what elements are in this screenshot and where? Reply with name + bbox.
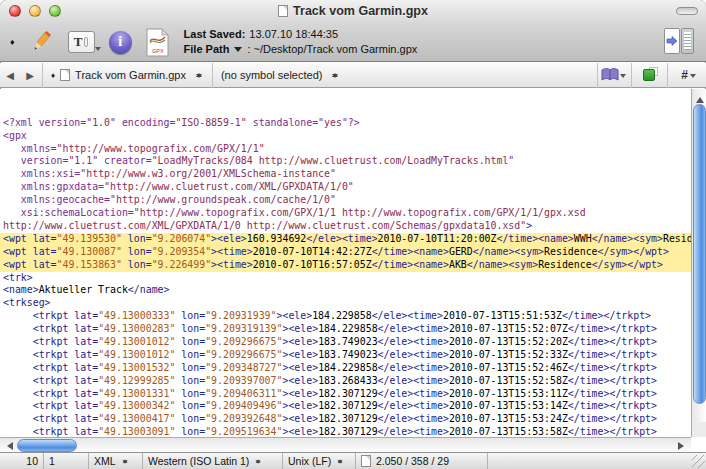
document-icon [361, 455, 371, 467]
code-line: <trkpt lat="49.13000417" lon="9.20939264… [3, 413, 691, 426]
markers-button[interactable] [600, 67, 626, 83]
code-line: <trkpt lat="49.13001331" lon="9.20940631… [3, 388, 691, 401]
window-title-group: Track vom Garmin.gpx [278, 4, 428, 18]
code-line: <trkpt lat="49.12999285" lon="9.20939700… [3, 375, 691, 388]
divider [597, 63, 598, 88]
window-title: Track vom Garmin.gpx [293, 4, 428, 18]
code-line: <trkpt lat="49.13001012" lon="9.20929667… [3, 349, 691, 362]
horizontal-scrollbar[interactable] [0, 437, 691, 452]
code-line: <gpx [3, 130, 691, 143]
function-popup-label: (no symbol selected) [221, 69, 323, 81]
last-saved-value: 13.07.10 18:44:35 [249, 27, 338, 42]
encoding-popup[interactable]: Western (ISO Latin 1) [143, 453, 283, 469]
popup-stepper-icon [121, 456, 129, 465]
chevron-down-icon [95, 47, 101, 54]
code-line: <trkpt lat="49.13001012" lon="9.20929667… [3, 336, 691, 349]
counts-value: 2.050 / 358 / 29 [376, 455, 449, 467]
code-line: <trkpt lat="49.13000283" lon="9.20931913… [3, 323, 691, 336]
file-path-dropdown-icon[interactable] [234, 47, 242, 56]
code-line: <name>Aktueller Track</name> [3, 284, 691, 297]
back-button[interactable]: ◀ [0, 66, 20, 84]
code-line: <wpt lat="49.153863" lon="9.226499"><tim… [0, 259, 691, 272]
code-line: xmlns="http://www.topografix.com/GPX/1/1… [3, 143, 691, 156]
code-line: xsi:schemaLocation="http://www.topografi… [3, 207, 691, 220]
navigation-bar: ◀ ▶ ♦ Track vom Garmin.gpx (no symbol se… [0, 63, 706, 88]
line-ending-popup[interactable]: Unix (LF) [283, 453, 356, 469]
navbar-right-tools: # [600, 63, 706, 88]
encoding-popup-label: Western (ISO Latin 1) [148, 455, 249, 467]
divider [212, 63, 213, 88]
scroll-left-arrow-icon[interactable] [3, 442, 13, 450]
drawer-list-icon [681, 28, 694, 54]
scroll-right-arrow-icon[interactable] [678, 442, 688, 450]
title-bar[interactable]: Track vom Garmin.gpx [0, 0, 706, 22]
cursor-line-indicator: 10 [0, 453, 44, 469]
popup-stepper-icon [331, 70, 340, 81]
vertical-scrollbar[interactable] [691, 89, 706, 437]
pencil-icon[interactable] [28, 29, 54, 56]
gpx-doc-label: GPX [152, 48, 164, 54]
forward-button[interactable]: ▶ [20, 66, 40, 84]
get-info-button[interactable]: i [109, 31, 132, 54]
editor-main: <?xml version="1.0" encoding="ISO-8859-1… [0, 89, 706, 452]
code-line: <wpt lat="49.139530" lon="9.206074"><ele… [0, 233, 691, 246]
file-info-block: Last Saved: 13.07.10 18:44:35 File Path … [184, 27, 418, 57]
code-line: xmlns:gpxdata="http://www.cluetrust.com/… [3, 181, 691, 194]
line-number-menu-button[interactable]: # [673, 68, 696, 82]
split-diamond-icon[interactable]: ♦ [10, 37, 15, 47]
text-editor-window: Track vom Garmin.gpx ♦ T [0, 0, 706, 469]
editor-lines: <?xml version="1.0" encoding="ISO-8859-1… [3, 117, 691, 437]
close-button[interactable] [9, 5, 21, 17]
book-icon [600, 67, 620, 83]
cursor-bar-glyph [84, 37, 88, 47]
gpx-file-icon[interactable]: GPX [146, 28, 169, 57]
toolbar-toggle-capsule[interactable] [676, 7, 698, 15]
code-line: <trk> [3, 272, 691, 285]
last-saved-label: Last Saved: [184, 27, 246, 42]
popup-stepper-icon [255, 456, 263, 465]
function-popup[interactable]: (no symbol selected) [215, 63, 347, 88]
window-chrome: Track vom Garmin.gpx ♦ T [0, 0, 706, 62]
documents-drawer-button[interactable] [664, 28, 694, 54]
scroll-up-arrow-icon[interactable] [696, 93, 704, 103]
code-line: http://www.cluetrust.com/XML/GPXDATA/1/0… [3, 220, 691, 233]
hash-icon: # [681, 68, 688, 82]
code-line: <?xml version="1.0" encoding="ISO-8859-1… [3, 117, 691, 130]
popup-stepper-icon [337, 456, 345, 465]
code-line: version="1.1" creator="LoadMyTracks/084 … [3, 155, 691, 168]
divider [631, 63, 632, 88]
chevron-down-icon [690, 74, 696, 81]
code-line: xmlns:geocache="http://www.groundspeak.c… [3, 194, 691, 207]
text-options-label: T [74, 34, 83, 50]
text-options-button[interactable]: T [68, 31, 95, 53]
document-icon[interactable] [278, 5, 288, 17]
code-line: <trkpt lat="49.13000333" lon="9.20931939… [3, 310, 691, 323]
code-line: <trkpt lat="49.13000342" lon="9.20940949… [3, 400, 691, 413]
scrollbar-corner [691, 422, 706, 437]
code-line: <wpt lat="49.130087" lon="9.209354"><tim… [0, 246, 691, 259]
drawer-arrow-icon [664, 28, 680, 54]
chevron-down-icon [620, 74, 626, 81]
modified-diamond-icon: ♦ [51, 71, 55, 80]
zoom-button[interactable] [49, 5, 61, 17]
language-popup[interactable]: XML [89, 453, 143, 469]
code-line: <trkpt lat="49.13001532" lon="9.20934872… [3, 362, 691, 375]
line-ending-popup-label: Unix (LF) [288, 455, 331, 467]
minimize-button[interactable] [29, 5, 41, 17]
code-line: <trkpt lat="49.13003091" lon="9.20951963… [3, 426, 691, 437]
document-popup[interactable]: ♦ Track vom Garmin.gpx [45, 63, 210, 88]
document-statistics: 2.050 / 358 / 29 [356, 453, 488, 469]
editor-content[interactable]: <?xml version="1.0" encoding="ISO-8859-1… [0, 89, 691, 437]
status-bar: 10 1 XML Western (ISO Latin 1) Unix (LF)… [0, 452, 706, 469]
file-path-label[interactable]: File Path [184, 42, 230, 57]
file-path-value: : ~/Desktop/Track vom Garmin.gpx [247, 42, 417, 57]
language-popup-label: XML [94, 455, 116, 467]
traffic-lights [9, 5, 61, 17]
code-line: <trkseg> [3, 297, 691, 310]
edit-marker-button[interactable] [643, 69, 656, 82]
horizontal-scroll-thumb[interactable] [17, 439, 77, 452]
resize-grip[interactable] [692, 455, 705, 468]
document-icon [60, 69, 70, 81]
toolbar: ♦ T i [0, 22, 706, 62]
vertical-scroll-thumb[interactable] [693, 104, 706, 404]
